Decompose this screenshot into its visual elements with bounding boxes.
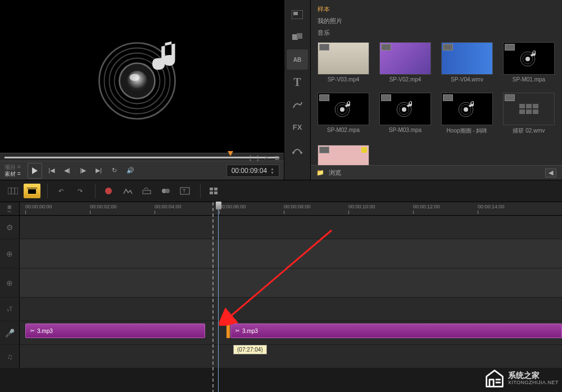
loop-button[interactable]: ↻ — [108, 165, 121, 177]
svg-rect-37 — [214, 188, 217, 190]
graphic-tool-icon[interactable] — [287, 94, 308, 115]
title-track: ₁T — [0, 298, 562, 321]
svg-rect-38 — [210, 192, 213, 194]
preview-screen[interactable] — [0, 0, 284, 153]
svg-point-18 — [340, 107, 345, 112]
mode-material-label[interactable]: 素材 = — [4, 171, 21, 177]
watermark-logo-icon — [484, 368, 505, 389]
record-button[interactable] — [100, 184, 117, 198]
svg-rect-25 — [8, 188, 18, 194]
mode-project-label[interactable]: 项目 = — [4, 164, 21, 171]
timecode-display[interactable]: 00:00:09:04 ▲▼ — [226, 165, 279, 177]
library-item[interactable]: SP-M03.mpa — [379, 93, 431, 135]
svg-rect-8 — [293, 12, 298, 15]
preview-scrubber[interactable]: [ ] ✂ ⧉ — [0, 153, 284, 161]
music-track: ♫ — [0, 345, 562, 368]
tool-sidebar: AB T FX — [284, 0, 311, 180]
subtitle-button[interactable]: T — [176, 184, 193, 198]
category-sample[interactable]: 样本 — [318, 4, 555, 14]
storyboard-view-button[interactable] — [4, 184, 21, 198]
svg-point-24 — [464, 107, 468, 112]
library-item[interactable]: SP-M02.mpa — [318, 93, 369, 135]
svg-point-15 — [525, 57, 530, 61]
library-item[interactable]: SP-M01.mpa — [503, 42, 555, 83]
media-tool-icon[interactable] — [287, 4, 308, 25]
playhead-handle[interactable] — [216, 202, 221, 209]
browse-label[interactable]: 浏览 — [329, 168, 341, 177]
svg-point-6 — [129, 74, 139, 81]
mark-in-icon[interactable]: [ — [250, 154, 251, 162]
svg-rect-10 — [297, 33, 302, 39]
category-music[interactable]: 音乐 — [318, 28, 555, 38]
library-item[interactable]: SP-V04.wmv — [441, 42, 493, 83]
timecode-tooltip: (07:27:04) — [233, 345, 267, 354]
undo-button[interactable]: ↶ — [52, 184, 69, 198]
library-item[interactable]: SP-V02.mp4 — [379, 42, 431, 83]
prev-frame-button[interactable]: ◀| — [61, 165, 74, 177]
video-track: ⊕ — [0, 239, 562, 268]
overlay-track: ⊕ — [0, 268, 562, 298]
audio-clip[interactable]: ✂ 3.mp3 — [25, 323, 205, 338]
text-tool-icon[interactable]: T — [287, 72, 308, 92]
music-track-icon[interactable]: ♫ — [0, 345, 20, 368]
track-motion-button[interactable] — [157, 184, 174, 198]
svg-rect-39 — [214, 192, 217, 194]
voice-track: 🎤 ✂ 3.mp3 ✂ 3.mp3 (07:27:04) — [0, 321, 562, 345]
timeline-tracks: ⚙ ⊕ ⊕ ₁T 🎤 ✂ 3.mp3 ✂ 3.mp3 — [0, 216, 562, 368]
preview-panel: [ ] ✂ ⧉ 项目 = 素材 = |◀ ◀| |▶ ▶| ↻ 🔊 00:00:… — [0, 0, 284, 180]
svg-point-11 — [292, 152, 294, 154]
audio-clip[interactable]: ✂ 3.mp3 — [230, 323, 562, 338]
scissors-icon: ✂ — [30, 328, 35, 334]
svg-point-5 — [127, 71, 147, 91]
library-footer: 📁 浏览 ◀ — [311, 165, 562, 180]
mark-out-icon[interactable]: ] — [257, 154, 259, 162]
audio-mixer-button[interactable] — [119, 184, 136, 198]
svg-point-12 — [300, 152, 302, 154]
go-start-button[interactable]: |◀ — [46, 165, 58, 177]
volume-button[interactable]: 🔊 — [124, 165, 137, 177]
svg-rect-28 — [28, 189, 36, 194]
title-ab-tool[interactable]: AB — [287, 49, 308, 70]
next-frame-button[interactable]: |▶ — [77, 165, 89, 177]
library-item[interactable]: SP-V03.mp4 — [318, 42, 369, 83]
overlay-track-icon[interactable]: ⊕ — [0, 268, 20, 297]
video-track-icon[interactable]: ⊕ — [0, 239, 20, 268]
split-marker-icon — [226, 323, 230, 338]
library-item[interactable]: 捕获 02.wmv — [503, 93, 555, 135]
transition-tool-icon[interactable] — [287, 27, 308, 47]
voice-track-icon[interactable]: 🎤 — [0, 321, 20, 344]
cut-icon[interactable]: ✂ — [264, 154, 269, 162]
svg-point-30 — [105, 188, 112, 194]
browse-folder-icon[interactable]: 📁 — [316, 169, 324, 176]
timeline-ruler[interactable]: ▦+/- 00:00:00:00 00:00:02:00 00:00:04:00… — [0, 202, 562, 216]
nav-back-button[interactable]: ◀ — [545, 168, 556, 177]
svg-point-33 — [165, 189, 170, 193]
redo-button[interactable]: ↷ — [71, 184, 88, 198]
path-tool-icon[interactable] — [287, 139, 308, 159]
scrubber-handle-icon[interactable] — [228, 151, 233, 156]
title-track-icon[interactable]: ₁T — [0, 298, 20, 321]
svg-point-21 — [402, 107, 406, 112]
library-item[interactable]: ps基础教程【少 — [318, 145, 369, 165]
copy-icon[interactable]: ⧉ — [275, 154, 279, 162]
media-library: 样本 我的照片 音乐 SP-V03.mp4 SP-V02.mp4 SP-V04.… — [311, 0, 562, 180]
timeline-toolbar: ↶ ↷ T — [0, 180, 562, 202]
go-end-button[interactable]: ▶| — [93, 165, 105, 177]
svg-rect-36 — [210, 188, 213, 190]
category-my-photos[interactable]: 我的照片 — [318, 16, 555, 26]
library-grid: SP-V03.mp4 SP-V02.mp4 SP-V04.wmv SP-M01.… — [311, 42, 562, 165]
playhead-line-icon — [218, 202, 219, 392]
timeline-view-button[interactable] — [24, 184, 40, 198]
audio-preview-icon — [92, 25, 193, 127]
play-button[interactable] — [28, 163, 42, 179]
playback-controls: 项目 = 素材 = |◀ ◀| |▶ ▶| ↻ 🔊 00:00:09:04 ▲▼ — [0, 161, 284, 180]
cut-guide-line-icon — [212, 202, 214, 392]
settings-track-icon[interactable]: ⚙ — [0, 216, 20, 239]
scissors-icon: ✂ — [235, 328, 240, 334]
fx-tool-icon[interactable]: FX — [287, 117, 308, 137]
svg-text:T: T — [183, 188, 186, 194]
watermark: 系统之家 XITONGZHIJIA.NET — [484, 368, 559, 389]
multi-trim-button[interactable] — [205, 184, 222, 198]
auto-music-button[interactable] — [138, 184, 155, 198]
library-item[interactable]: Hoop圈圈 - 妈咪 — [441, 93, 493, 135]
